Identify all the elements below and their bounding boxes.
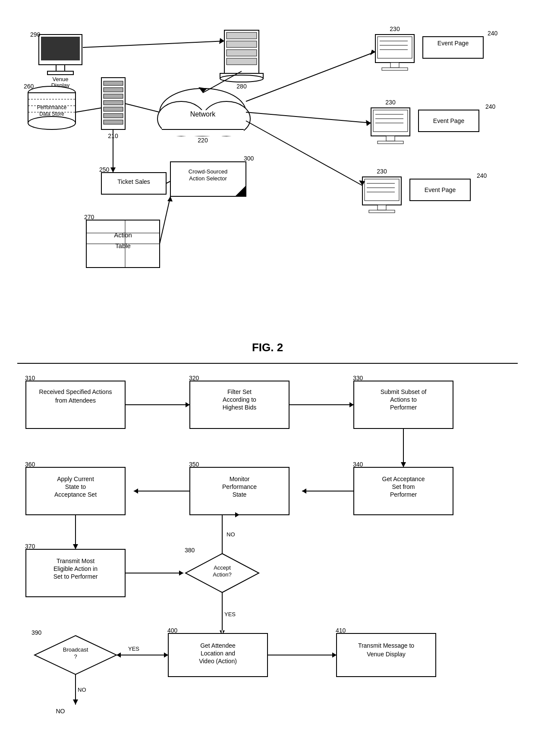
svg-marker-141 xyxy=(134,488,138,494)
svg-text:210: 210 xyxy=(108,132,118,139)
svg-text:400: 400 xyxy=(167,627,178,634)
svg-text:Performer: Performer xyxy=(390,491,417,498)
svg-marker-120 xyxy=(349,402,354,407)
svg-text:Display: Display xyxy=(51,82,70,88)
svg-text:290: 290 xyxy=(30,31,41,38)
svg-marker-156 xyxy=(186,554,259,592)
svg-rect-186 xyxy=(337,633,436,677)
svg-rect-4 xyxy=(227,50,257,56)
svg-rect-128 xyxy=(354,467,453,515)
svg-line-104 xyxy=(166,181,170,183)
section-divider xyxy=(17,363,518,364)
svg-text:260: 260 xyxy=(24,83,34,90)
svg-point-50 xyxy=(157,101,205,136)
svg-text:230: 230 xyxy=(385,99,396,106)
svg-point-52 xyxy=(168,110,237,136)
svg-rect-43 xyxy=(378,205,386,210)
svg-point-51 xyxy=(203,101,250,136)
svg-marker-191 xyxy=(73,699,78,705)
svg-line-90 xyxy=(203,71,242,93)
svg-point-49 xyxy=(160,88,246,136)
svg-text:Venue Display: Venue Display xyxy=(367,651,406,658)
svg-text:Filter Set: Filter Set xyxy=(227,388,252,395)
page: 280 Venue Display 290 xyxy=(0,0,535,756)
svg-line-94 xyxy=(125,104,160,112)
svg-rect-75 xyxy=(101,173,166,194)
svg-rect-0 xyxy=(17,9,518,337)
svg-text:Eligible Action in: Eligible Action in xyxy=(54,565,98,572)
svg-rect-44 xyxy=(369,210,395,213)
svg-text:Monitor: Monitor xyxy=(230,476,250,482)
svg-text:Performer: Performer xyxy=(390,404,417,411)
svg-rect-2 xyxy=(227,32,257,39)
svg-text:240: 240 xyxy=(488,30,498,37)
svg-rect-9 xyxy=(39,35,82,65)
svg-rect-6 xyxy=(220,73,263,79)
svg-marker-103 xyxy=(110,167,116,173)
svg-text:240: 240 xyxy=(477,172,487,179)
svg-text:from Attendees: from Attendees xyxy=(55,397,96,404)
svg-text:Action Selector: Action Selector xyxy=(189,175,227,182)
svg-point-68 xyxy=(28,117,76,129)
svg-rect-16 xyxy=(375,35,414,63)
fig2-diagram: 280 Venue Display 290 xyxy=(17,9,518,337)
svg-text:Set to Performer: Set to Performer xyxy=(54,573,98,580)
svg-text:230: 230 xyxy=(390,25,400,32)
svg-text:230: 230 xyxy=(377,168,387,175)
svg-text:Actions to: Actions to xyxy=(390,396,417,403)
svg-marker-79 xyxy=(235,186,246,196)
svg-text:Event Page: Event Page xyxy=(425,186,456,193)
svg-text:240: 240 xyxy=(485,103,496,110)
svg-marker-177 xyxy=(164,652,168,658)
svg-rect-58 xyxy=(104,81,123,85)
svg-text:Ticket Sales: Ticket Sales xyxy=(117,178,150,185)
svg-text:?: ? xyxy=(74,653,77,660)
svg-rect-59 xyxy=(104,88,123,92)
fig2-label: FIG. 2 xyxy=(17,341,518,354)
svg-rect-179 xyxy=(168,633,268,677)
svg-text:Submit Subset of: Submit Subset of xyxy=(381,388,427,395)
svg-marker-185 xyxy=(332,652,337,658)
svg-text:State: State xyxy=(233,491,247,498)
svg-text:330: 330 xyxy=(353,375,363,381)
svg-marker-113 xyxy=(186,402,190,407)
svg-text:340: 340 xyxy=(353,461,363,468)
svg-text:Event Page: Event Page xyxy=(433,117,465,124)
svg-text:NO: NO xyxy=(56,708,65,715)
svg-text:310: 310 xyxy=(25,375,35,381)
svg-rect-67 xyxy=(28,93,76,123)
svg-text:390: 390 xyxy=(31,629,42,636)
svg-marker-98 xyxy=(366,120,371,126)
svg-text:Performance: Performance xyxy=(37,104,67,110)
svg-line-95 xyxy=(246,52,375,101)
svg-text:Network: Network xyxy=(190,110,216,118)
svg-rect-121 xyxy=(354,381,453,428)
svg-rect-62 xyxy=(104,107,123,111)
svg-text:Apply Current: Apply Current xyxy=(57,476,94,482)
svg-rect-78 xyxy=(170,162,246,196)
svg-rect-114 xyxy=(190,381,289,428)
svg-rect-149 xyxy=(26,549,125,597)
svg-marker-173 xyxy=(116,652,121,658)
svg-marker-91 xyxy=(198,87,207,93)
svg-text:Crowd-Sourced: Crowd-Sourced xyxy=(189,168,227,175)
svg-rect-5 xyxy=(227,58,257,65)
svg-text:YES: YES xyxy=(128,646,139,652)
svg-text:280: 280 xyxy=(236,83,247,90)
svg-text:410: 410 xyxy=(336,627,346,634)
svg-text:220: 220 xyxy=(198,137,208,144)
svg-text:Data Store: Data Store xyxy=(39,111,64,117)
svg-text:Set from: Set from xyxy=(392,483,415,490)
svg-marker-134 xyxy=(302,488,306,494)
svg-marker-162 xyxy=(235,512,239,517)
svg-rect-53 xyxy=(162,119,244,136)
svg-text:350: 350 xyxy=(189,461,199,468)
svg-text:Video (Action): Video (Action) xyxy=(199,658,237,665)
svg-rect-10 xyxy=(41,37,80,60)
svg-text:Get Acceptance: Get Acceptance xyxy=(382,476,425,482)
svg-text:Received Specified Actions: Received Specified Actions xyxy=(39,388,112,395)
svg-rect-17 xyxy=(378,37,412,58)
svg-rect-142 xyxy=(26,467,125,515)
svg-rect-32 xyxy=(386,136,395,141)
svg-text:Accept: Accept xyxy=(214,564,231,571)
